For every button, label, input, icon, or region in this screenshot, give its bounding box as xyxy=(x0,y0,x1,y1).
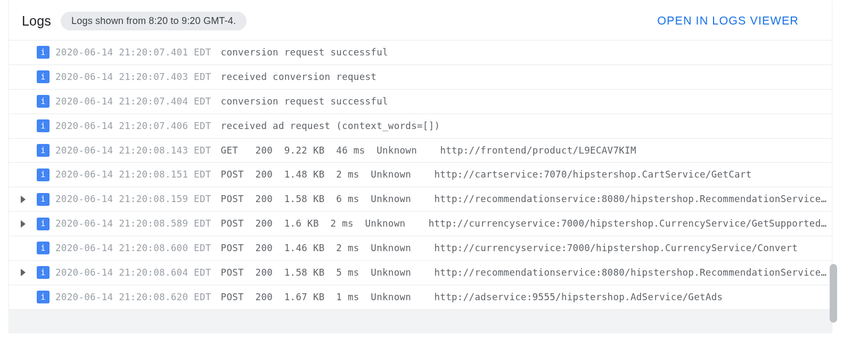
scrollbar-track xyxy=(830,43,837,328)
log-message: conversion request successful xyxy=(211,94,388,109)
http-agent: Unknown xyxy=(371,290,434,305)
log-row[interactable]: i2020-06-14 21:20:07.406 EDTreceived ad … xyxy=(9,114,832,139)
http-method: POST xyxy=(221,191,256,207)
severity-info-icon: i xyxy=(37,46,50,59)
log-message: received ad request (context_words=[]) xyxy=(211,118,440,134)
http-size: 1.67 KB xyxy=(284,290,337,305)
severity-info-icon: i xyxy=(37,266,50,279)
log-row[interactable]: i2020-06-14 21:20:07.401 EDTconversion r… xyxy=(9,41,832,65)
log-http-summary: POST 200 1.46 KB 2 ms Unknown http://cur… xyxy=(211,240,832,256)
severity-info-icon: i xyxy=(37,291,50,303)
http-status: 200 xyxy=(256,143,284,158)
log-timestamp: 2020-06-14 21:20:07.401 EDT xyxy=(55,45,211,60)
http-agent: Unknown xyxy=(371,265,434,280)
log-timestamp: 2020-06-14 21:20:08.620 EDT xyxy=(55,290,211,305)
log-http-summary: POST 200 1.58 KB 6 ms Unknown http://rec… xyxy=(211,191,832,207)
log-row[interactable]: i2020-06-14 21:20:08.159 EDTPOST 200 1.5… xyxy=(9,187,832,212)
http-status: 200 xyxy=(256,240,284,256)
expand-cell[interactable] xyxy=(9,220,37,228)
http-url: http://frontend/product/L9ECAV7KIM xyxy=(440,143,636,158)
http-status: 200 xyxy=(256,216,284,231)
logs-panel: Logs Logs shown from 8:20 to 9:20 GMT-4.… xyxy=(9,0,832,333)
log-timestamp: 2020-06-14 21:20:08.600 EDT xyxy=(55,240,211,256)
http-agent: Unknown xyxy=(371,191,434,207)
http-method: POST xyxy=(221,167,256,182)
http-method: POST xyxy=(221,240,256,256)
expand-arrow-icon[interactable] xyxy=(21,220,26,228)
http-agent: Unknown xyxy=(376,143,440,158)
log-timestamp: 2020-06-14 21:20:08.143 EDT xyxy=(55,143,211,158)
http-size: 1.58 KB xyxy=(284,265,337,280)
severity-info-icon: i xyxy=(37,169,50,181)
severity-info-icon: i xyxy=(37,218,50,230)
http-url: http://recommendationservice:8080/hipste… xyxy=(435,265,827,280)
log-timestamp: 2020-06-14 21:20:08.604 EDT xyxy=(55,265,211,280)
expand-arrow-icon[interactable] xyxy=(21,269,26,276)
log-timestamp: 2020-06-14 21:20:07.406 EDT xyxy=(55,118,211,134)
log-row[interactable]: i2020-06-14 21:20:08.589 EDTPOST 200 1.6… xyxy=(9,212,832,236)
http-latency: 1 ms xyxy=(336,290,371,305)
severity-info-icon: i xyxy=(37,119,50,132)
http-status: 200 xyxy=(256,167,284,182)
severity-info-icon: i xyxy=(37,70,50,83)
logs-footer-area xyxy=(9,310,832,333)
http-url: http://adservice:9555/hipstershop.AdServ… xyxy=(435,290,723,305)
http-size: 1.6 KB xyxy=(284,216,331,231)
expand-arrow-icon[interactable] xyxy=(21,196,26,203)
log-row[interactable]: i2020-06-14 21:20:08.151 EDTPOST 200 1.4… xyxy=(9,163,832,187)
severity-info-icon: i xyxy=(37,95,50,108)
http-latency: 46 ms xyxy=(336,143,376,158)
log-timestamp: 2020-06-14 21:20:07.403 EDT xyxy=(55,69,211,85)
http-status: 200 xyxy=(256,290,284,305)
http-agent: Unknown xyxy=(371,240,434,256)
expand-cell[interactable] xyxy=(9,196,37,203)
logs-title: Logs xyxy=(22,13,51,29)
log-row[interactable]: i2020-06-14 21:20:07.404 EDTconversion r… xyxy=(9,90,832,114)
log-row[interactable]: i2020-06-14 21:20:08.620 EDTPOST 200 1.6… xyxy=(9,285,832,310)
log-timestamp: 2020-06-14 21:20:08.151 EDT xyxy=(55,167,211,182)
http-agent: Unknown xyxy=(371,167,434,182)
http-method: POST xyxy=(221,290,256,305)
log-timestamp: 2020-06-14 21:20:08.159 EDT xyxy=(55,191,211,207)
log-http-summary: POST 200 1.58 KB 5 ms Unknown http://rec… xyxy=(211,265,832,280)
http-url: http://currencyservice:7000/hipstershop.… xyxy=(435,240,798,256)
severity-info-icon: i xyxy=(37,144,50,157)
http-size: 9.22 KB xyxy=(284,143,337,158)
http-method: GET xyxy=(221,143,256,158)
logs-header: Logs Logs shown from 8:20 to 9:20 GMT-4.… xyxy=(9,0,832,40)
log-row[interactable]: i2020-06-14 21:20:08.600 EDTPOST 200 1.4… xyxy=(9,236,832,261)
http-latency: 2 ms xyxy=(330,216,365,231)
log-message: received conversion request xyxy=(211,69,377,85)
http-url: http://cartservice:7070/hipstershop.Cart… xyxy=(435,167,752,182)
log-timestamp: 2020-06-14 21:20:07.404 EDT xyxy=(55,94,211,109)
http-agent: Unknown xyxy=(365,216,428,231)
log-list: i2020-06-14 21:20:07.401 EDTconversion r… xyxy=(9,40,832,310)
http-status: 200 xyxy=(256,191,284,207)
http-latency: 6 ms xyxy=(336,191,371,207)
log-row[interactable]: i2020-06-14 21:20:08.143 EDTGET 200 9.22… xyxy=(9,139,832,163)
http-method: POST xyxy=(221,216,256,231)
log-http-summary: POST 200 1.6 KB 2 ms Unknown http://curr… xyxy=(211,216,832,231)
http-method: POST xyxy=(221,265,256,280)
severity-info-icon: i xyxy=(37,193,50,206)
log-http-summary: POST 200 1.48 KB 2 ms Unknown http://car… xyxy=(211,167,832,182)
http-latency: 2 ms xyxy=(336,240,371,256)
log-timestamp: 2020-06-14 21:20:08.589 EDT xyxy=(55,216,211,231)
http-size: 1.58 KB xyxy=(284,191,337,207)
log-row[interactable]: i2020-06-14 21:20:08.604 EDTPOST 200 1.5… xyxy=(9,261,832,285)
open-in-logs-viewer-link[interactable]: OPEN IN LOGS VIEWER xyxy=(657,14,799,28)
http-url: http://recommendationservice:8080/hipste… xyxy=(435,191,827,207)
time-range-chip[interactable]: Logs shown from 8:20 to 9:20 GMT-4. xyxy=(61,12,247,30)
http-size: 1.46 KB xyxy=(284,240,337,256)
severity-info-icon: i xyxy=(37,242,50,254)
expand-cell[interactable] xyxy=(9,269,37,276)
http-size: 1.48 KB xyxy=(284,167,337,182)
log-http-summary: POST 200 1.67 KB 1 ms Unknown http://ads… xyxy=(211,290,832,305)
scrollbar-thumb[interactable] xyxy=(830,264,837,323)
log-row[interactable]: i2020-06-14 21:20:07.403 EDTreceived con… xyxy=(9,65,832,90)
http-status: 200 xyxy=(256,265,284,280)
log-message: conversion request successful xyxy=(211,45,388,60)
http-latency: 2 ms xyxy=(336,167,371,182)
http-url: http://currencyservice:7000/hipstershop.… xyxy=(429,216,827,231)
http-latency: 5 ms xyxy=(336,265,371,280)
